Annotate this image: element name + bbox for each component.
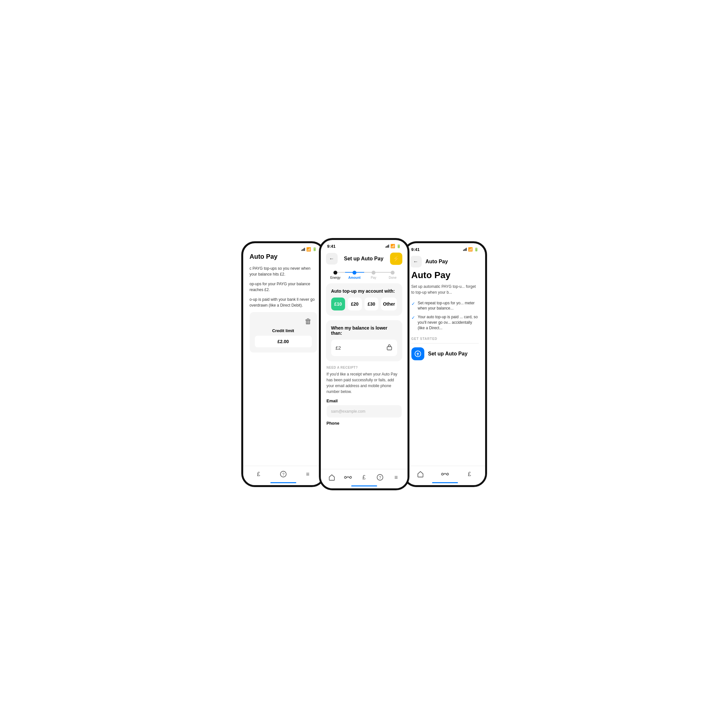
balance-row: £2 <box>331 340 397 356</box>
left-phone: 📶 🔋 Auto Pay c PAYG top-ups so you never… <box>241 241 325 487</box>
center-status-bar: 9:41 📶 🔋 <box>321 240 407 250</box>
amount-btn-other[interactable]: Other <box>381 298 397 310</box>
balance-section-title: When my balance is lower than: <box>331 325 397 336</box>
right-phone: 9:41 📶 🔋 ← Auto Pay Auto Pay Set up auto… <box>403 241 487 487</box>
center-wifi-icon: 📶 <box>390 244 395 248</box>
step-energy: Energy <box>326 271 345 280</box>
left-body2: op-ups for your PAYG your balance reache… <box>250 281 317 293</box>
balance-value: £2 <box>336 345 341 350</box>
right-status-icons: 📶 🔋 <box>463 247 479 252</box>
svg-point-3 <box>344 476 346 478</box>
check-icon-2: ✓ <box>411 315 415 321</box>
back-button[interactable]: ← <box>326 253 338 265</box>
signal-icon <box>301 247 305 252</box>
email-field-label: Email <box>327 398 402 403</box>
setup-btn-icon <box>411 347 424 360</box>
left-nav-pound[interactable]: £ <box>254 470 263 479</box>
left-body3: o-up is paid with your bank ll never go … <box>250 297 317 308</box>
right-nav-energy[interactable] <box>440 470 450 479</box>
balance-section-card: When my balance is lower than: £2 <box>326 320 402 361</box>
setup-auto-pay-button[interactable]: Set up Auto Pay <box>411 347 479 360</box>
amount-btn-10[interactable]: £10 <box>331 298 346 310</box>
receipt-body: If you'd like a receipt when your Auto P… <box>327 371 402 395</box>
center-time: 9:41 <box>327 244 336 249</box>
step-label-done: Done <box>389 276 396 280</box>
left-bottom-bar: £ ? ≡ <box>243 466 323 485</box>
check-list-text-1: Set repeat top-ups for yo... meter when … <box>418 300 479 312</box>
right-signal-icon <box>463 247 467 252</box>
right-main-content: Auto Pay Set up automatic PAYG top-u... … <box>405 270 485 466</box>
step-dot-energy <box>333 271 337 275</box>
center-phone: 9:41 📶 🔋 ← Set up Auto Pay ⚡ <box>319 238 410 490</box>
receipt-heading: NEED A RECEIPT? <box>327 366 402 369</box>
step-dot-done <box>391 271 395 275</box>
center-signal-icon <box>385 244 389 248</box>
credit-limit-label: Credit limit <box>255 328 312 333</box>
step-done: Done <box>383 271 402 280</box>
trash-icon-area: 🗑 <box>255 317 312 326</box>
svg-point-8 <box>447 473 448 475</box>
left-nav-menu[interactable]: ≡ <box>303 470 312 479</box>
amount-options: £10 £20 £30 Other <box>331 298 397 310</box>
left-credit-card: 🗑 Credit limit £2.00 <box>250 312 317 353</box>
center-bottom-bar: £ ? ≡ <box>321 469 407 488</box>
left-body1: c PAYG top-ups so you never when your ba… <box>250 266 317 277</box>
right-nav-pound[interactable]: £ <box>465 470 474 479</box>
left-phone-content: Auto Pay c PAYG top-ups so you never whe… <box>243 253 323 485</box>
right-battery-icon: 🔋 <box>474 248 479 252</box>
step-label-amount: Amount <box>348 276 361 280</box>
phone-field-label: Phone <box>327 421 402 426</box>
check-list-item-2: ✓ Your auto top-up is paid ... card, so … <box>411 314 479 330</box>
amount-btn-30[interactable]: £30 <box>364 298 379 310</box>
right-header: ← Auto Pay <box>405 253 485 270</box>
step-label-energy: Energy <box>330 276 341 280</box>
step-label-pay: Pay <box>371 276 376 280</box>
center-nav-home[interactable] <box>327 473 336 482</box>
right-time: 9:41 <box>411 247 420 252</box>
left-nav-help[interactable]: ? <box>279 470 288 479</box>
right-header-title: Auto Pay <box>426 259 448 265</box>
center-nav-menu[interactable]: ≡ <box>392 473 401 482</box>
step-dot-amount <box>353 271 356 275</box>
center-nav-pound[interactable]: £ <box>359 473 369 482</box>
trash-icon[interactable]: 🗑 <box>305 317 312 326</box>
get-started-label: GET STARTED <box>411 337 479 341</box>
setup-btn-label: Set up Auto Pay <box>428 351 468 357</box>
right-wifi-icon: 📶 <box>468 247 473 252</box>
receipt-section: NEED A RECEIPT? If you'd like a receipt … <box>326 366 402 426</box>
battery-icon: 🔋 <box>312 247 317 251</box>
lock-icon <box>386 343 393 352</box>
action-button[interactable]: ⚡ <box>390 252 402 265</box>
credit-limit-value: £2.00 <box>255 336 312 347</box>
left-status-bar: 📶 🔋 <box>243 243 323 253</box>
auto-pay-big-title: Auto Pay <box>411 270 479 280</box>
check-list: ✓ Set repeat top-ups for yo... meter whe… <box>411 300 479 331</box>
step-amount: Amount <box>345 271 364 280</box>
left-status-icons: 📶 🔋 <box>301 247 317 252</box>
center-header: ← Set up Auto Pay ⚡ <box>321 250 407 268</box>
left-main-content: Auto Pay c PAYG top-ups so you never whe… <box>243 253 323 466</box>
svg-point-4 <box>350 476 352 478</box>
step-pay: Pay <box>364 271 383 280</box>
center-status-icons: 📶 🔋 <box>385 244 401 248</box>
email-input[interactable]: sam@example.com <box>327 405 402 418</box>
center-scroll-area: Auto top-up my account with: £10 £20 £30… <box>321 281 407 469</box>
center-nav-energy[interactable] <box>343 473 353 482</box>
center-header-title: Set up Auto Pay <box>344 256 383 262</box>
check-list-item-1: ✓ Set repeat top-ups for yo... meter whe… <box>411 300 479 312</box>
check-icon-1: ✓ <box>411 301 415 307</box>
right-status-bar: 9:41 📶 🔋 <box>405 243 485 253</box>
svg-text:?: ? <box>379 476 381 480</box>
right-nav-home[interactable] <box>416 470 425 479</box>
center-battery-icon: 🔋 <box>396 244 401 248</box>
topup-section-title: Auto top-up my account with: <box>331 289 397 294</box>
center-nav-help[interactable]: ? <box>375 473 385 482</box>
svg-point-7 <box>442 473 444 475</box>
wifi-icon: 📶 <box>306 247 311 252</box>
right-back-button[interactable]: ← <box>410 256 422 268</box>
topup-section-card: Auto top-up my account with: £10 £20 £30… <box>326 283 402 316</box>
amount-btn-20[interactable]: £20 <box>348 298 362 310</box>
step-dot-pay <box>372 271 375 275</box>
svg-text:?: ? <box>282 472 284 477</box>
stepper: Energy Amount Pay Done <box>321 268 407 281</box>
